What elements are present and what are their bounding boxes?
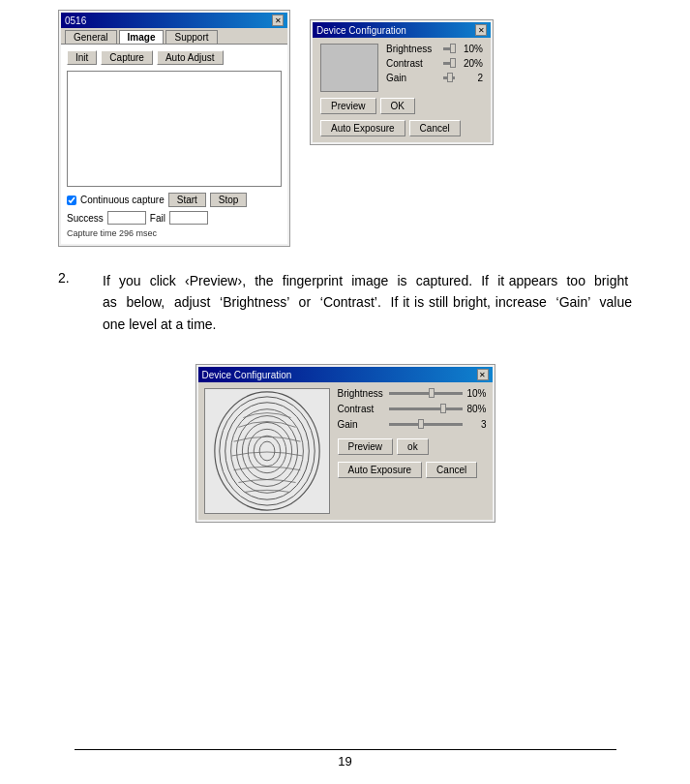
bottom-gain-value: 3	[465, 419, 487, 430]
bottom-contrast-row: Contrast 80%	[338, 404, 487, 414]
gain-slider[interactable]	[443, 76, 455, 79]
start-button[interactable]: Start	[168, 193, 206, 207]
bottom-screenshot-wrapper: Device Configuration ✕	[58, 364, 632, 523]
contrast-value: 20%	[459, 58, 483, 69]
bottom-screenshot: Device Configuration ✕	[195, 364, 495, 523]
bottom-buttons-row-2: Auto Exposure Cancel	[338, 462, 487, 478]
brightness-value: 10%	[459, 44, 483, 54]
right-dialog-body: Brightness 10% Contrast 20%	[313, 38, 491, 142]
svg-point-4	[236, 416, 297, 487]
right-close-button[interactable]: ✕	[475, 24, 487, 36]
contrast-row: Contrast 20%	[386, 58, 483, 69]
success-row: Success 80 Fail 0	[67, 211, 282, 225]
bottom-dialog-body: Brightness 10% Contrast 80%	[198, 382, 493, 520]
bottom-brightness-label: Brightness	[338, 388, 386, 399]
gain-label: Gain	[386, 73, 439, 83]
bottom-controls: Brightness 10% Contrast 80%	[338, 388, 487, 514]
step-number: 2.	[58, 270, 87, 286]
fail-label: Fail	[150, 213, 165, 224]
ok-button[interactable]: OK	[380, 98, 415, 114]
success-label: Success	[67, 213, 104, 224]
right-main-layout: Brightness 10% Contrast 20%	[320, 44, 483, 92]
tab-image[interactable]: Image	[119, 30, 165, 44]
contrast-slider[interactable]	[443, 62, 455, 65]
right-screenshot: Device Configuration ✕ Brightness 10%	[310, 19, 494, 145]
bottom-buttons-row-1: Preview ok	[338, 438, 487, 455]
auto-exposure-button[interactable]: Auto Exposure	[320, 120, 405, 136]
bottom-auto-exposure-button[interactable]: Auto Exposure	[338, 462, 423, 478]
tab-support[interactable]: Support	[165, 30, 217, 44]
right-dialog-titlebar: Device Configuration ✕	[313, 22, 491, 38]
auto-adjust-button[interactable]: Auto Adjust	[157, 50, 224, 65]
svg-point-0	[259, 441, 275, 461]
left-dialog-title: 0516	[65, 15, 86, 26]
svg-point-1	[254, 436, 281, 467]
brightness-label: Brightness	[386, 44, 439, 54]
bottom-brightness-value: 10%	[465, 388, 487, 399]
step-2-container: 2. If you click ‹Preview›, the fingerpri…	[58, 270, 632, 335]
cancel-button[interactable]: Cancel	[409, 120, 461, 136]
bottom-gain-label: Gain	[338, 419, 386, 430]
right-buttons-row-2: Auto Exposure Cancel	[320, 120, 483, 136]
bottom-gain-slider[interactable]	[389, 423, 463, 426]
page-number-section: 19	[0, 749, 690, 769]
init-button[interactable]: Init	[67, 50, 97, 65]
left-dialog-titlebar: 0516 ✕	[61, 13, 287, 28]
top-screenshots-row: 0516 ✕ General Image Support Init Captur…	[58, 10, 632, 247]
svg-point-3	[242, 423, 291, 480]
bottom-brightness-slider[interactable]	[389, 392, 463, 395]
bottom-title: Device Configuration	[202, 370, 292, 380]
brightness-row: Brightness 10%	[386, 44, 483, 54]
preview-button[interactable]: Preview	[320, 98, 376, 114]
tab-general[interactable]: General	[65, 30, 117, 44]
gain-value: 2	[459, 73, 483, 83]
step-text: If you click ‹Preview›, the fingerprint …	[103, 270, 632, 335]
bottom-titlebar: Device Configuration ✕	[198, 367, 493, 382]
fail-field[interactable]: 0	[169, 211, 208, 225]
contrast-label: Contrast	[386, 58, 439, 69]
svg-point-6	[225, 403, 309, 499]
status-text: Capture time 296 msec	[67, 228, 282, 238]
capture-button[interactable]: Capture	[101, 50, 153, 65]
bottom-ok-button[interactable]: ok	[397, 438, 429, 455]
bottom-gain-row: Gain 3	[338, 419, 487, 430]
right-preview-area	[320, 44, 378, 92]
bottom-brightness-row: Brightness 10%	[338, 388, 487, 399]
left-close-button[interactable]: ✕	[272, 15, 284, 26]
continuous-capture-label: Continuous capture	[80, 195, 165, 205]
left-preview-area	[67, 71, 282, 187]
bottom-cancel-button[interactable]: Cancel	[426, 462, 477, 478]
right-controls: Brightness 10% Contrast 20%	[386, 44, 483, 87]
stop-button[interactable]: Stop	[210, 193, 248, 207]
bottom-contrast-value: 80%	[465, 404, 487, 414]
success-field[interactable]: 80	[107, 211, 146, 225]
fingerprint-svg	[205, 389, 329, 513]
bottom-contrast-label: Contrast	[338, 404, 386, 414]
page-number: 19	[338, 754, 351, 769]
bottom-close-button[interactable]: ✕	[477, 369, 489, 380]
left-dialog-body: Init Capture Auto Adjust Continuous capt…	[61, 45, 287, 244]
gain-row: Gain 2	[386, 73, 483, 83]
left-top-buttons: Init Capture Auto Adjust	[67, 50, 282, 65]
left-screenshot: 0516 ✕ General Image Support Init Captur…	[58, 10, 290, 247]
brightness-slider[interactable]	[443, 47, 455, 50]
bottom-preview-button[interactable]: Preview	[338, 438, 394, 455]
left-dialog-tabs: General Image Support	[61, 28, 287, 45]
continuous-capture-checkbox[interactable]	[67, 196, 76, 205]
right-dialog-title: Device Configuration	[316, 25, 406, 36]
fingerprint-area	[204, 388, 330, 514]
bottom-contrast-slider[interactable]	[389, 407, 463, 410]
continuous-capture-row: Continuous capture Start Stop	[67, 193, 282, 207]
right-buttons-row: Preview OK	[320, 98, 483, 114]
